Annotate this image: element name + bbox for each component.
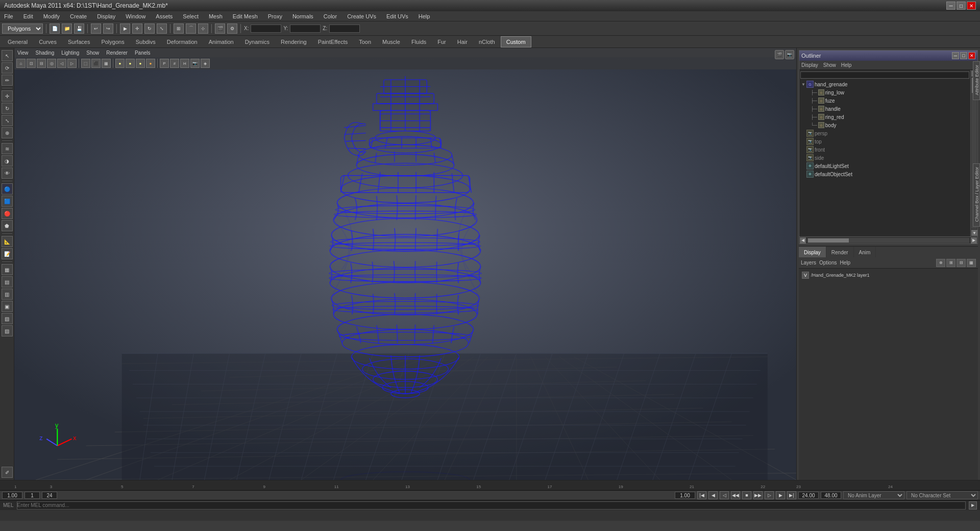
frame-step-field[interactable]: 1 [24, 492, 40, 499]
isolate-btn[interactable]: ◈ [201, 59, 210, 68]
play-back-btn[interactable]: ◀◀ [731, 491, 740, 499]
paint-btn[interactable]: ▥ [2, 288, 13, 300]
attr-editor-tab[interactable]: Attribute Editor [973, 61, 980, 100]
menu-color[interactable]: Color [322, 12, 339, 20]
redo-button[interactable]: ↪ [103, 23, 113, 34]
next-frame-btn[interactable]: ▶ [776, 491, 785, 499]
menu-file[interactable]: File [2, 12, 15, 20]
save-button[interactable]: 💾 [74, 23, 84, 34]
menu-normals[interactable]: Normals [290, 12, 315, 20]
mel-expand-btn[interactable]: ▶ [969, 501, 977, 510]
tab-fluids[interactable]: Fluids [406, 36, 432, 47]
scroll-down-btn[interactable]: ▼ [971, 230, 977, 236]
tab-toon[interactable]: Toon [353, 36, 377, 47]
new-scene-button[interactable]: 📄 [50, 23, 60, 34]
menu-window[interactable]: Window [124, 12, 148, 20]
maximize-button[interactable]: □ [957, 2, 966, 10]
scale-tool[interactable]: ⤡ [2, 115, 13, 126]
snap-grid-button[interactable]: ⊞ [174, 23, 184, 34]
viewport-menu-show[interactable]: Show [86, 50, 99, 56]
hscroll-left-btn[interactable]: ◀ [800, 237, 806, 244]
z-field[interactable] [329, 25, 360, 33]
render-settings-button[interactable]: ⚙ [227, 23, 237, 34]
menu-create-uvs[interactable]: Create UVs [345, 12, 378, 20]
outliner-item-persp[interactable]: 📷 persp [800, 129, 969, 137]
grid-btn[interactable]: # [170, 59, 179, 68]
tab-muscle[interactable]: Muscle [377, 36, 406, 47]
outliner-item-side[interactable]: 📷 side [800, 154, 969, 162]
tab-hair[interactable]: Hair [452, 36, 473, 47]
annotate-tool[interactable]: 📝 [2, 248, 13, 259]
outliner-item-front[interactable]: 📷 front [800, 146, 969, 154]
playback-end-field[interactable]: 24.00 [798, 492, 819, 499]
trax-editor-btn[interactable]: ▧ [2, 313, 13, 324]
tab-painteffects[interactable]: PaintEffects [312, 36, 354, 47]
wire-btn[interactable]: ⬚ [81, 59, 90, 68]
render-view-btn[interactable]: ▦ [2, 264, 13, 275]
open-button[interactable]: 📁 [62, 23, 72, 34]
select-button[interactable]: ▶ [120, 23, 130, 34]
soft-mod-tool[interactable]: ≋ [2, 143, 13, 154]
light1-btn[interactable]: ● [115, 59, 125, 68]
tab-deformation[interactable]: Deformation [161, 36, 203, 47]
snap-curve-button[interactable]: ⌒ [186, 23, 196, 34]
tab-animation[interactable]: Animation [203, 36, 239, 47]
tab-curves[interactable]: Curves [33, 36, 62, 47]
node-editor-btn[interactable]: ▣ [2, 301, 13, 312]
lasso-tool[interactable]: ⟳ [2, 62, 13, 74]
pencil-tool[interactable]: ✐ [2, 467, 13, 478]
menu-edit-uvs[interactable]: Edit UVs [384, 12, 410, 20]
render-icon-1[interactable]: 🎬 [775, 50, 784, 59]
camera-home-btn[interactable]: ⌂ [16, 59, 26, 68]
character-set-dropdown[interactable]: No Character Set [906, 491, 978, 499]
outliner-item-fuze[interactable]: ├─ ○ fuze [800, 96, 969, 105]
tab-general[interactable]: General [2, 36, 33, 47]
show-hide-tool[interactable]: 👁 [2, 167, 13, 179]
tab-anim[interactable]: Anim [854, 247, 876, 258]
light4-btn[interactable]: ● [146, 59, 155, 68]
outliner-maximize[interactable]: □ [960, 52, 967, 59]
outliner-item-ring-low[interactable]: ├─ ○ ring_low [800, 88, 969, 96]
scale-button[interactable]: ⤡ [157, 23, 167, 34]
hypershade-btn[interactable]: ▤ [2, 276, 13, 287]
tab-ncloth[interactable]: nCloth [473, 36, 501, 47]
range-start-field[interactable]: 1.00 [2, 492, 22, 499]
viewport-canvas[interactable]: x y z [14, 69, 796, 480]
curve-tool[interactable]: 🔵 [2, 183, 13, 195]
polygon-tool[interactable]: 🟦 [2, 196, 13, 207]
outliner-item-objectset[interactable]: ⊕ defaultObjectSet [800, 170, 969, 178]
menu-mesh[interactable]: Mesh [207, 12, 225, 20]
outliner-menu-display[interactable]: Display [801, 62, 818, 68]
menu-edit[interactable]: Edit [21, 12, 35, 20]
outliner-item-top[interactable]: 📷 top [800, 137, 969, 146]
x-field[interactable] [251, 25, 281, 33]
hscroll-right-btn[interactable]: ▶ [971, 237, 977, 244]
outliner-item-hand-grenade[interactable]: ▼ G hand_grenade [800, 80, 969, 88]
hscroll-thumb[interactable] [808, 238, 849, 243]
joint-tool[interactable]: 🔴 [2, 208, 13, 219]
viewport-menu-lighting[interactable]: Lighting [61, 50, 79, 56]
outliner-search[interactable] [800, 71, 969, 79]
menu-select[interactable]: Select [181, 12, 201, 20]
mode-dropdown[interactable]: Polygons [2, 23, 43, 34]
layers-menu-layers[interactable]: Layers [801, 260, 816, 266]
close-button[interactable]: ✕ [967, 2, 976, 10]
channel-box-tab[interactable]: Channel Box / Layer Editor [973, 163, 980, 227]
tab-render[interactable]: Render [826, 247, 854, 258]
render-icon-2[interactable]: 📷 [785, 50, 794, 59]
outliner-menu-show[interactable]: Show [823, 62, 836, 68]
tab-custom[interactable]: Custom [501, 36, 531, 47]
frame-selected-btn[interactable]: ⊟ [37, 59, 46, 68]
menu-proxy[interactable]: Proxy [266, 12, 284, 20]
tab-dynamics[interactable]: Dynamics [239, 36, 275, 47]
smooth-shade-btn[interactable]: ⬛ [91, 59, 101, 68]
next-view-btn[interactable]: ▷ [67, 59, 77, 68]
sculpt-tool[interactable]: ◑ [2, 155, 13, 166]
tab-display[interactable]: Display [799, 247, 826, 258]
range-end-field[interactable]: 24 [42, 492, 57, 499]
outliner-close[interactable]: ✕ [968, 52, 975, 59]
menu-assets[interactable]: Assets [154, 12, 175, 20]
menu-edit-mesh[interactable]: Edit Mesh [231, 12, 260, 20]
move-button[interactable]: ✛ [132, 23, 142, 34]
tab-fur[interactable]: Fur [432, 36, 452, 47]
